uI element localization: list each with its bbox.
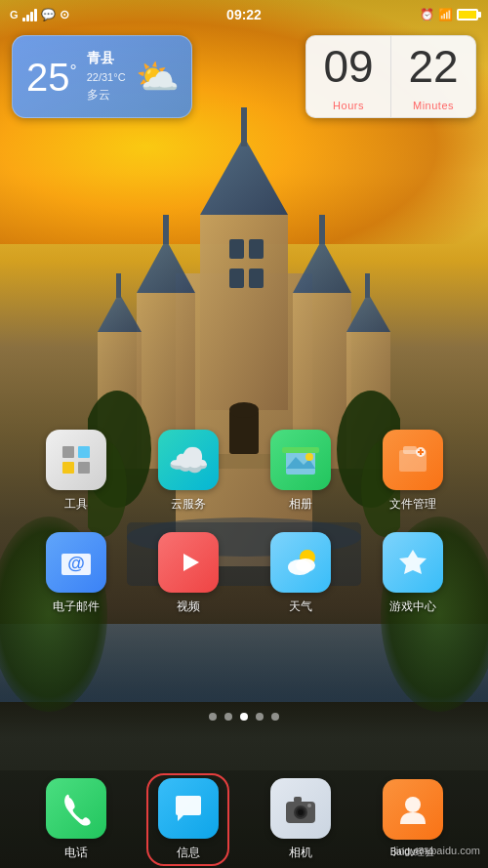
svg-point-55 [405,797,421,812]
svg-rect-30 [78,446,90,458]
chat-icon: 💬 [41,8,56,21]
app-label-message: 信息 [177,845,200,861]
app-cloud[interactable]: ☁️ 云服务 [151,430,224,513]
app-icon-camera[interactable] [270,778,331,839]
app-label-album: 相册 [289,496,312,513]
page-dot-3[interactable] [240,713,248,721]
app-label-cloud: 云服务 [171,496,206,513]
watermark: jingyan.baidu.com [393,845,480,856]
app-label-tools: 工具 [64,496,88,513]
page-dot-4[interactable] [256,713,264,721]
app-label-email: 电子邮件 [53,599,100,615]
app-row-2: @ 电子邮件 视频 天气 [20,532,468,615]
app-icon-message[interactable] [158,778,219,839]
app-grid: 工具 ☁️ 云服务 相册 [0,430,488,635]
app-icon-video[interactable] [158,532,219,593]
svg-rect-32 [78,462,90,474]
clock-hours-value: 09 [323,44,373,89]
app-games[interactable]: 游戏中心 [376,532,449,615]
app-phone[interactable]: 电话 [39,778,112,861]
app-message[interactable]: 信息 [151,778,224,861]
app-icon-weather[interactable] [270,532,331,593]
svg-rect-31 [62,462,74,474]
svg-marker-48 [399,550,427,574]
app-icon-cloud[interactable]: ☁️ [158,430,219,490]
page-dot-2[interactable] [224,713,232,721]
svg-rect-3 [241,107,247,146]
signal-bar-2 [26,15,29,21]
app-icon-games[interactable] [383,532,443,593]
app-label-video: 视频 [177,599,200,615]
svg-rect-19 [249,269,264,288]
app-label-files: 文件管理 [389,496,436,513]
signal-bar-1 [22,18,25,21]
svg-rect-6 [163,215,169,244]
clock-widget[interactable]: 09 Hours 22 Minutes [305,35,476,118]
app-label-phone: 电话 [64,845,88,861]
svg-rect-38 [403,446,417,454]
svg-rect-29 [62,446,74,458]
signal-bar-3 [30,12,33,21]
weather-icon: ⛅ [136,57,180,98]
signal-label: G [10,9,19,21]
svg-marker-44 [183,554,199,571]
svg-rect-9 [319,215,325,244]
svg-marker-11 [98,293,142,332]
clock-hours-label: Hours [333,100,364,111]
app-video[interactable]: 视频 [151,532,224,615]
svg-rect-53 [294,797,302,803]
app-icon-album[interactable] [270,430,331,490]
app-icon-tools[interactable] [46,430,106,490]
signal-bars [22,8,37,21]
app-icon-contact[interactable] [383,779,443,840]
app-icon-files[interactable] [383,430,443,490]
page-dot-1[interactable] [209,713,217,721]
clock-minutes-value: 22 [408,44,458,89]
svg-marker-2 [200,137,288,215]
clock-minutes-label: Minutes [413,100,454,111]
notification-icon: ⊙ [60,8,69,21]
app-label-weather: 天气 [289,599,312,615]
app-label-camera: 相机 [289,845,312,861]
status-right: ⏰ 📶 [420,8,478,21]
alarm-icon: ⏰ [420,8,434,21]
svg-rect-36 [282,447,319,453]
svg-point-35 [305,453,313,461]
status-left: G 💬 ⊙ [10,8,69,21]
svg-marker-5 [137,239,195,293]
page-dot-5[interactable] [271,713,279,721]
weather-city: 青县 [87,50,114,67]
svg-rect-16 [229,239,244,259]
app-files[interactable]: 文件管理 [376,430,449,513]
app-camera[interactable]: 相机 [264,778,337,861]
svg-point-47 [296,558,315,572]
app-row-1: 工具 ☁️ 云服务 相册 [20,430,468,513]
clock-minutes-section: 22 Minutes [391,36,475,117]
app-album[interactable]: 相册 [264,430,337,513]
svg-point-54 [307,804,311,807]
svg-rect-18 [229,269,244,288]
app-email[interactable]: @ 电子邮件 [39,532,112,615]
weather-widget[interactable]: 25° 青县 22/31°C 多云 ⛅ [12,35,192,118]
svg-rect-17 [249,239,264,259]
weather-info: 青县 22/31°C 多云 [87,50,126,103]
weather-range: 22/31°C [87,71,126,83]
status-time: 09:22 [226,7,262,22]
page-dots [209,713,279,721]
weather-icon-area: ⛅ [136,57,180,98]
battery-icon [457,9,478,21]
clock-hours-section: 09 Hours [306,36,391,117]
signal-bar-4 [34,9,37,21]
wifi-icon: 📶 [438,8,453,21]
weather-description: 多云 [87,87,110,103]
svg-marker-8 [293,239,351,293]
svg-point-52 [298,809,304,815]
app-icon-email[interactable]: @ [46,532,106,593]
status-bar: G 💬 ⊙ 09:22 ⏰ 📶 [0,0,488,29]
app-tools[interactable]: 工具 [39,430,112,513]
app-label-games: 游戏中心 [389,599,436,615]
app-icon-phone[interactable] [46,778,106,839]
app-weather[interactable]: 天气 [264,532,337,615]
svg-text:@: @ [67,554,85,573]
battery-fill [459,11,476,19]
